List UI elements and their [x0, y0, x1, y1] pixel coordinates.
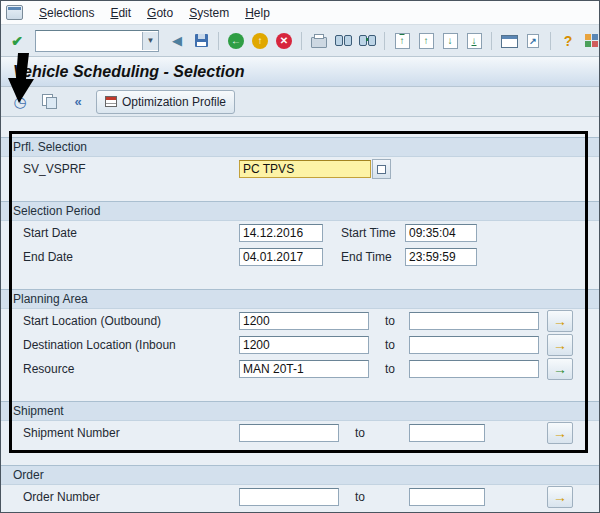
field-label: Start Location (Outbound) [23, 314, 239, 328]
exit-button[interactable]: ↑ [249, 30, 271, 52]
find-button[interactable] [332, 30, 354, 52]
menu-edit[interactable]: Edit [102, 3, 139, 23]
start-date-input[interactable] [239, 224, 323, 242]
multi-select-arrow-icon: → [553, 489, 567, 505]
command-dropdown-button[interactable]: ▼ [142, 32, 158, 50]
find-icon [335, 35, 352, 46]
menu-help[interactable]: Help [237, 3, 278, 23]
field-label: Destination Location (Inboun [23, 338, 239, 352]
field-label: End Time [341, 250, 405, 264]
field-label: Start Time [341, 226, 405, 240]
field-row-start-location: Start Location (Outbound) to → [1, 309, 599, 333]
page-title: Vehicle Scheduling - Selection [13, 63, 244, 81]
destination-location-input[interactable] [239, 336, 369, 354]
end-time-input[interactable] [405, 248, 477, 266]
first-page-icon: ↑ [395, 33, 410, 49]
destination-location-to-input[interactable] [409, 336, 539, 354]
section-title: Order [1, 465, 599, 485]
find-next-icon [359, 35, 376, 46]
section-prfl-selection: Prfl. Selection SV_VSPRF [1, 137, 599, 181]
end-date-input[interactable] [239, 248, 323, 266]
toolbar-separator [301, 32, 302, 50]
multi-select-arrow-icon: → [553, 313, 567, 329]
multiple-selection-active-button[interactable]: → [547, 358, 573, 380]
multiple-selection-button[interactable]: → [547, 334, 573, 356]
start-location-to-input[interactable] [409, 312, 539, 330]
double-left-icon: « [74, 94, 81, 109]
multi-select-arrow-icon: → [553, 361, 567, 377]
first-page-button[interactable]: ↑ [391, 30, 413, 52]
back-icon: ◀ [172, 33, 182, 48]
last-page-icon: ↓ [467, 33, 482, 49]
start-time-input[interactable] [405, 224, 477, 242]
optimization-profile-label: Optimization Profile [122, 95, 226, 109]
chevron-down-icon: ▼ [147, 36, 155, 45]
execute-icon: ◷ [13, 94, 26, 109]
page-down-icon: ↓ [443, 33, 458, 49]
order-number-to-input[interactable] [409, 488, 485, 506]
start-location-input[interactable] [239, 312, 369, 330]
standard-toolbar: ✔ ▼ ◀ ← ↑ ✕ ↑ ↑ ↓ ↓ ↗ ? [1, 25, 599, 57]
menu-goto[interactable]: Goto [139, 3, 181, 23]
more-button[interactable]: « [67, 91, 89, 113]
customize-button[interactable] [581, 30, 600, 52]
optimization-profile-button[interactable]: Optimization Profile [96, 90, 235, 114]
resource-input[interactable] [239, 360, 369, 378]
execute-button[interactable]: ◷ [9, 91, 31, 113]
field-label: Order Number [23, 490, 239, 504]
enter-button[interactable]: ✔ [6, 30, 28, 52]
nav-back-button[interactable]: ← [225, 30, 247, 52]
profile-input[interactable] [239, 160, 371, 178]
page-up-button[interactable]: ↑ [415, 30, 437, 52]
field-label: Resource [23, 362, 239, 376]
shipment-number-to-input[interactable] [409, 424, 485, 442]
find-next-button[interactable] [356, 30, 378, 52]
application-toolbar: ◷ « Optimization Profile [1, 87, 599, 117]
toolbar-separator [550, 32, 551, 50]
multiple-selection-button[interactable]: → [547, 310, 573, 332]
help-button[interactable]: ? [557, 30, 579, 52]
get-variant-icon [42, 94, 57, 109]
field-label: Start Date [23, 226, 239, 240]
selection-screen: Prfl. Selection SV_VSPRF Selection Perio… [1, 117, 599, 512]
command-input[interactable] [36, 33, 142, 49]
menu-system[interactable]: System [181, 3, 237, 23]
command-field-wrap: ▼ [35, 30, 159, 52]
save-button[interactable] [190, 30, 212, 52]
last-page-button[interactable]: ↓ [463, 30, 485, 52]
to-label: to [385, 338, 409, 352]
field-label: Shipment Number [23, 426, 239, 440]
page-up-icon: ↑ [419, 33, 434, 49]
multiple-selection-button[interactable]: → [547, 422, 573, 444]
cancel-button[interactable]: ✕ [273, 30, 295, 52]
create-shortcut-button[interactable]: ↗ [522, 30, 544, 52]
menu-selections[interactable]: Selections [31, 3, 102, 23]
field-row-shipment-number: Shipment Number to → [1, 421, 599, 445]
multiple-selection-button[interactable]: → [547, 486, 573, 508]
page-down-button[interactable]: ↓ [439, 30, 461, 52]
back-button[interactable]: ◀ [166, 30, 188, 52]
print-button[interactable] [308, 30, 330, 52]
to-label: to [385, 362, 409, 376]
multi-select-arrow-icon: → [553, 425, 567, 441]
optimization-profile-icon [105, 96, 117, 107]
toolbar-separator [218, 32, 219, 50]
resource-to-input[interactable] [409, 360, 539, 378]
toolbar-separator [384, 32, 385, 50]
system-menu-icon[interactable] [6, 5, 23, 20]
cancel-icon: ✕ [276, 33, 292, 49]
field-row-sv-vsprf: SV_VSPRF [1, 157, 599, 181]
field-row-order-number: Order Number to → [1, 485, 599, 509]
new-session-button[interactable] [498, 30, 520, 52]
section-shipment: Shipment Shipment Number to → [1, 401, 599, 445]
order-number-input[interactable] [239, 488, 339, 506]
nav-back-icon: ← [228, 33, 244, 49]
help-icon: ? [564, 33, 573, 49]
section-title: Shipment [1, 401, 599, 421]
get-variant-button[interactable] [38, 91, 60, 113]
title-bar: Vehicle Scheduling - Selection [1, 57, 599, 87]
to-label: to [385, 314, 409, 328]
shipment-number-input[interactable] [239, 424, 339, 442]
new-session-icon [501, 35, 518, 48]
matchcode-button[interactable] [372, 159, 391, 179]
